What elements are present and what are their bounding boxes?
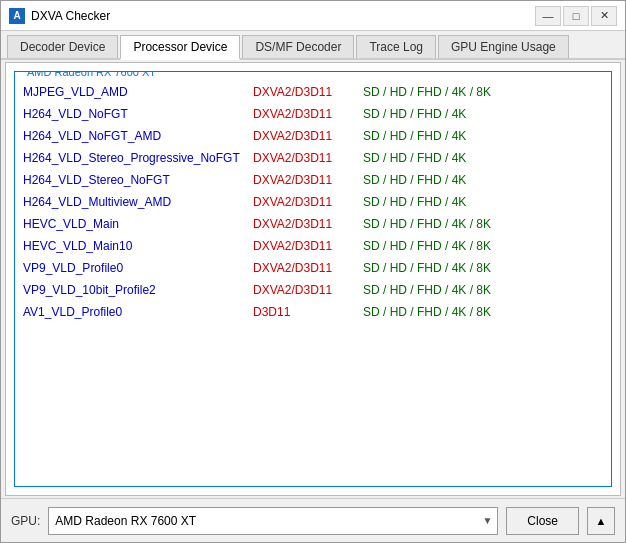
row-codec-name: MJPEG_VLD_AMD	[23, 83, 253, 101]
row-api: DXVA2/D3D11	[253, 281, 363, 299]
close-button[interactable]: Close	[506, 507, 579, 535]
row-api: DXVA2/D3D11	[253, 83, 363, 101]
main-content: AMD Radeon RX 7600 XT MJPEG_VLD_AMDDXVA2…	[5, 62, 621, 496]
row-resolution: SD / HD / FHD / 4K / 8K	[363, 281, 603, 299]
row-api: DXVA2/D3D11	[253, 127, 363, 145]
row-codec-name: AV1_VLD_Profile0	[23, 303, 253, 321]
table-row[interactable]: H264_VLD_Stereo_Progressive_NoFGTDXVA2/D…	[19, 147, 607, 169]
decoder-table[interactable]: MJPEG_VLD_AMDDXVA2/D3D11SD / HD / FHD / …	[15, 79, 611, 486]
row-api: DXVA2/D3D11	[253, 105, 363, 123]
main-window: A DXVA Checker — □ ✕ Decoder Device Proc…	[0, 0, 626, 543]
window-controls: — □ ✕	[535, 6, 617, 26]
group-label: AMD Radeon RX 7600 XT	[23, 71, 160, 79]
row-resolution: SD / HD / FHD / 4K	[363, 105, 603, 123]
row-resolution: SD / HD / FHD / 4K	[363, 171, 603, 189]
table-row[interactable]: H264_VLD_NoFGT_AMDDXVA2/D3D11SD / HD / F…	[19, 125, 607, 147]
row-api: DXVA2/D3D11	[253, 171, 363, 189]
gpu-label: GPU:	[11, 514, 40, 528]
maximize-button[interactable]: □	[563, 6, 589, 26]
row-api: D3D11	[253, 303, 363, 321]
table-row[interactable]: H264_VLD_NoFGTDXVA2/D3D11SD / HD / FHD /…	[19, 103, 607, 125]
row-resolution: SD / HD / FHD / 4K / 8K	[363, 259, 603, 277]
row-codec-name: H264_VLD_Stereo_Progressive_NoFGT	[23, 149, 253, 167]
table-row[interactable]: VP9_VLD_Profile0DXVA2/D3D11SD / HD / FHD…	[19, 257, 607, 279]
row-codec-name: VP9_VLD_10bit_Profile2	[23, 281, 253, 299]
row-resolution: SD / HD / FHD / 4K / 8K	[363, 215, 603, 233]
gpu-group-box: AMD Radeon RX 7600 XT MJPEG_VLD_AMDDXVA2…	[14, 71, 612, 487]
tab-trace-log[interactable]: Trace Log	[356, 35, 436, 58]
row-resolution: SD / HD / FHD / 4K	[363, 149, 603, 167]
row-resolution: SD / HD / FHD / 4K	[363, 127, 603, 145]
table-row[interactable]: H264_VLD_Multiview_AMDDXVA2/D3D11SD / HD…	[19, 191, 607, 213]
row-codec-name: H264_VLD_NoFGT_AMD	[23, 127, 253, 145]
row-codec-name: H264_VLD_NoFGT	[23, 105, 253, 123]
row-api: DXVA2/D3D11	[253, 193, 363, 211]
row-codec-name: VP9_VLD_Profile0	[23, 259, 253, 277]
row-api: DXVA2/D3D11	[253, 149, 363, 167]
tab-processor-device[interactable]: Processor Device	[120, 35, 240, 60]
close-window-button[interactable]: ✕	[591, 6, 617, 26]
row-resolution: SD / HD / FHD / 4K	[363, 193, 603, 211]
tab-bar: Decoder Device Processor Device DS/MF De…	[1, 31, 625, 60]
arrow-up-button[interactable]: ▲	[587, 507, 615, 535]
row-resolution: SD / HD / FHD / 4K / 8K	[363, 83, 603, 101]
row-resolution: SD / HD / FHD / 4K / 8K	[363, 303, 603, 321]
gpu-select[interactable]: AMD Radeon RX 7600 XT	[48, 507, 498, 535]
window-title: DXVA Checker	[31, 9, 535, 23]
footer: GPU: AMD Radeon RX 7600 XT Close ▲	[1, 498, 625, 542]
gpu-select-wrapper: AMD Radeon RX 7600 XT	[48, 507, 498, 535]
row-resolution: SD / HD / FHD / 4K / 8K	[363, 237, 603, 255]
tab-decoder-device[interactable]: Decoder Device	[7, 35, 118, 58]
tab-gpu-engine-usage[interactable]: GPU Engine Usage	[438, 35, 569, 58]
row-codec-name: HEVC_VLD_Main	[23, 215, 253, 233]
table-row[interactable]: AV1_VLD_Profile0D3D11SD / HD / FHD / 4K …	[19, 301, 607, 323]
title-bar: A DXVA Checker — □ ✕	[1, 1, 625, 31]
row-codec-name: H264_VLD_Multiview_AMD	[23, 193, 253, 211]
row-api: DXVA2/D3D11	[253, 215, 363, 233]
table-row[interactable]: MJPEG_VLD_AMDDXVA2/D3D11SD / HD / FHD / …	[19, 81, 607, 103]
table-row[interactable]: H264_VLD_Stereo_NoFGTDXVA2/D3D11SD / HD …	[19, 169, 607, 191]
row-api: DXVA2/D3D11	[253, 237, 363, 255]
table-row[interactable]: HEVC_VLD_Main10DXVA2/D3D11SD / HD / FHD …	[19, 235, 607, 257]
minimize-button[interactable]: —	[535, 6, 561, 26]
table-row[interactable]: VP9_VLD_10bit_Profile2DXVA2/D3D11SD / HD…	[19, 279, 607, 301]
table-row[interactable]: HEVC_VLD_MainDXVA2/D3D11SD / HD / FHD / …	[19, 213, 607, 235]
row-codec-name: H264_VLD_Stereo_NoFGT	[23, 171, 253, 189]
app-icon: A	[9, 8, 25, 24]
tab-dsmf-decoder[interactable]: DS/MF Decoder	[242, 35, 354, 58]
row-api: DXVA2/D3D11	[253, 259, 363, 277]
row-codec-name: HEVC_VLD_Main10	[23, 237, 253, 255]
